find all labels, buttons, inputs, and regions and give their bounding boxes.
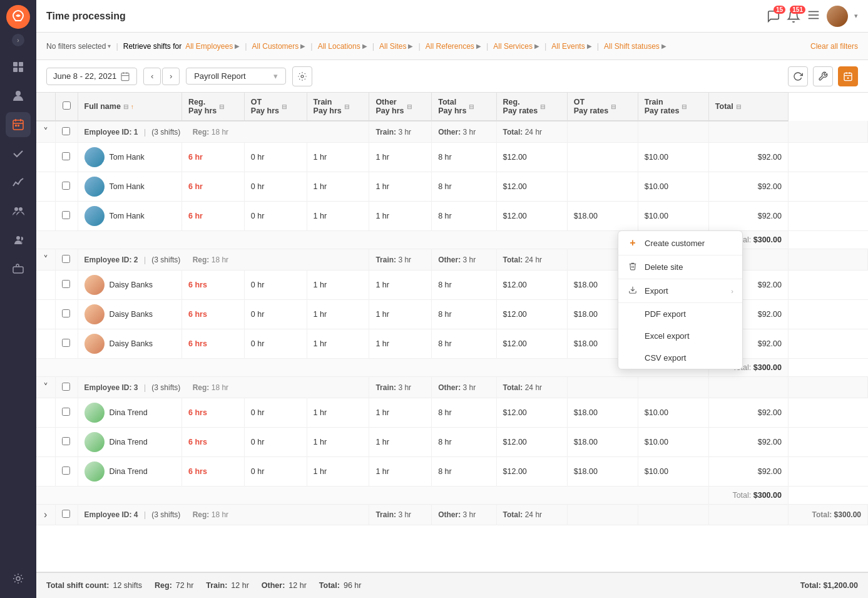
group-total-hrs: Total: 24 hr	[496, 121, 567, 143]
group-summary: Employee ID: 4 | (3 shifts) Reg: 18 hr	[78, 505, 369, 525]
sidebar-icon-schedule[interactable]	[6, 112, 31, 137]
next-date-button[interactable]: ›	[162, 68, 180, 85]
settings-button[interactable]	[292, 66, 312, 86]
sidebar-icon-chart[interactable]	[6, 170, 31, 195]
sidebar-expand-button[interactable]: ›	[12, 34, 24, 46]
row-checkbox[interactable]	[62, 408, 70, 416]
user-avatar[interactable]	[827, 6, 848, 27]
sidebar-icon-check[interactable]	[6, 141, 31, 166]
sidebar-icon-group[interactable]	[6, 227, 31, 252]
group-checkbox[interactable]	[62, 255, 70, 263]
group-total-row: Total: $300.00	[36, 359, 868, 377]
ctx-delete-site[interactable]: Delete site	[618, 255, 742, 279]
row-total-amt: $92.00	[708, 398, 788, 428]
plus-icon: +	[627, 237, 638, 249]
events-filter[interactable]: All Events ▶	[551, 42, 591, 51]
retrieve-label: Retrieve shifts for	[123, 42, 181, 51]
ctx-csv-export[interactable]: CSV export	[618, 347, 742, 369]
sidebar-icon-person[interactable]	[6, 83, 31, 108]
row-ot-rate: $18.00	[567, 398, 638, 428]
reg-filter-icon[interactable]: ⊟	[219, 103, 224, 110]
calendar-add-button[interactable]	[838, 66, 858, 86]
services-filter[interactable]: All Services ▶	[493, 42, 539, 51]
ctx-excel-export[interactable]: Excel export	[618, 325, 742, 347]
row-checkbox[interactable]	[62, 280, 70, 288]
no-filters-label[interactable]: No filters selected ▾	[46, 42, 111, 51]
row-checkbox[interactable]	[62, 309, 70, 317]
refresh-icon	[793, 71, 803, 81]
group-empty1	[567, 121, 638, 143]
group-expand-btn[interactable]: ˅	[36, 121, 55, 143]
row-reg-hrs: 6 hrs	[182, 329, 245, 359]
clear-all-filters[interactable]: Clear all filters	[810, 42, 858, 51]
menu-icon[interactable]	[807, 8, 820, 24]
group-expand-btn[interactable]: ˅	[36, 377, 55, 398]
group-checkbox[interactable]	[62, 510, 70, 518]
wrench-button[interactable]	[813, 66, 833, 86]
row-checkbox[interactable]	[62, 211, 70, 219]
ot-filter-icon[interactable]: ⊟	[282, 103, 287, 110]
train-hrs-filter-icon[interactable]: ⊟	[344, 103, 349, 110]
ot-rates-filter-icon[interactable]: ⊟	[611, 103, 616, 110]
user-dropdown-arrow[interactable]: ▾	[854, 12, 858, 20]
train-rates-filter-icon[interactable]: ⊟	[682, 103, 687, 110]
table-row: Tom Hank 6 hr 0 hr 1 hr 1 hr 8 hr $12.00…	[36, 202, 868, 231]
reg-rates-filter-icon[interactable]: ⊟	[540, 103, 545, 110]
select-all-checkbox[interactable]	[63, 101, 71, 110]
row-checkbox[interactable]	[62, 182, 70, 190]
prev-date-button[interactable]: ‹	[143, 68, 161, 85]
row-reg-hrs: 6 hrs	[182, 300, 245, 329]
refresh-button[interactable]	[788, 66, 808, 86]
topbar-icons: 15 151 ▾	[767, 6, 858, 27]
col-checkbox	[55, 93, 78, 121]
ctx-export[interactable]: Export ›	[618, 279, 742, 302]
filter-bar: No filters selected ▾ | Retrieve shifts …	[36, 33, 868, 60]
col-total-pay-hrs: TotalPay hrs ⊟	[432, 93, 496, 121]
locations-filter[interactable]: All Locations ▶	[318, 42, 367, 51]
row-total-amt: $92.00	[708, 202, 788, 231]
calendar-add-icon	[843, 71, 853, 81]
references-filter[interactable]: All References ▶	[426, 42, 481, 51]
shift-statuses-filter[interactable]: All Shift statuses ▶	[604, 42, 666, 51]
sidebar-icon-dashboard[interactable]	[6, 54, 31, 80]
table-row: Tom Hank 6 hr 0 hr 1 hr 1 hr 8 hr $12.00…	[36, 172, 868, 202]
sidebar-icon-briefcase[interactable]	[6, 256, 31, 281]
employees-filter[interactable]: All Employees ▶	[185, 42, 240, 51]
row-other-hrs: 1 hr	[369, 172, 432, 202]
employee-name: Dina Trend	[110, 467, 148, 476]
footer-total-hrs: Total: 96 hr	[319, 581, 362, 590]
group-expand-btn[interactable]: ›	[36, 505, 55, 525]
customers-filter[interactable]: All Customers ▶	[252, 42, 306, 51]
row-checkbox[interactable]	[62, 437, 70, 445]
alert-notification[interactable]: 151	[787, 9, 800, 23]
total-hrs-filter-icon[interactable]: ⊟	[469, 103, 474, 110]
row-checkbox[interactable]	[62, 339, 70, 347]
row-checkbox[interactable]	[62, 467, 70, 475]
svg-rect-11	[13, 267, 23, 273]
ctx-pdf-export[interactable]: PDF export	[618, 303, 742, 325]
other-filter-icon[interactable]: ⊟	[407, 103, 412, 110]
group-checkbox[interactable]	[62, 383, 70, 391]
fullname-filter-icon[interactable]: ⊟	[123, 103, 128, 110]
report-type-text: Payroll Report	[194, 71, 245, 81]
svg-point-17	[301, 75, 304, 78]
sites-filter[interactable]: All Sites ▶	[379, 42, 413, 51]
sidebar-icon-team[interactable]	[6, 198, 31, 224]
sidebar-icon-settings[interactable]	[6, 566, 31, 591]
row-name: Daisy Banks	[78, 329, 182, 359]
report-type-dropdown[interactable]: Payroll Report ▾	[186, 68, 286, 85]
svg-point-4	[16, 91, 21, 96]
ctx-create-customer[interactable]: + Create customer	[618, 231, 742, 255]
row-train-hrs: 1 hr	[307, 172, 369, 202]
row-checkbox-cell	[55, 329, 78, 359]
fullname-sort-icon[interactable]: ↑	[131, 103, 134, 110]
group-expand-btn[interactable]: ˅	[36, 249, 55, 271]
table-row: Dina Trend 6 hrs 0 hr 1 hr 1 hr 8 hr $12…	[36, 398, 868, 428]
row-checkbox[interactable]	[62, 152, 70, 160]
date-range-picker[interactable]: June 8 - 22, 2021	[46, 68, 137, 85]
group-checkbox[interactable]	[62, 127, 70, 135]
chat-notification[interactable]: 15	[767, 9, 780, 23]
total-filter-icon[interactable]: ⊟	[736, 103, 741, 110]
trash-icon	[627, 262, 638, 272]
row-reg-hrs: 6 hrs	[182, 428, 245, 457]
